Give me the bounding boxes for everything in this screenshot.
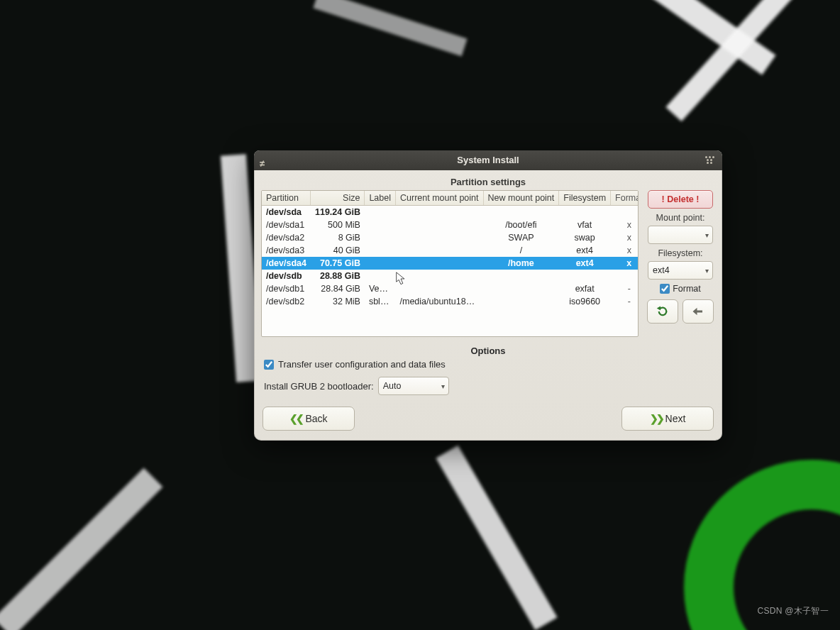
cell: /boot/efi (483, 219, 559, 231)
arrow-left-icon (692, 305, 704, 318)
cell (396, 257, 483, 270)
cell: /dev/sda1 (262, 219, 311, 231)
cell: exfat (559, 282, 611, 295)
partition-table[interactable]: Partition Size Label Current mount point… (261, 190, 639, 337)
table-row[interactable]: /dev/sda470.75 GiB/homeext4x (262, 257, 639, 270)
cell: /dev/sda2 (262, 231, 311, 244)
installer-window: ≠ System Install Partition settings Part… (254, 150, 722, 441)
cell: /media/ubuntu18… (396, 295, 483, 308)
back-button-label: Back (305, 413, 327, 424)
window-title: System Install (457, 155, 519, 165)
cell: ext4 (559, 244, 611, 257)
cell: /dev/sda4 (262, 257, 311, 270)
cell: 500 MiB (311, 219, 365, 231)
cell (396, 244, 483, 257)
cell (559, 270, 611, 282)
cell (559, 206, 611, 219)
table-row[interactable]: /dev/sda1500 MiB/boot/efivfatx (262, 219, 639, 231)
cell: 28.84 GiB (311, 282, 365, 295)
refresh-button[interactable] (647, 299, 678, 324)
cell: / (483, 244, 559, 257)
filesystem-combo[interactable] (648, 261, 713, 280)
bg-green-arc (684, 460, 840, 630)
cell: iso9660 (559, 295, 611, 308)
grub-combo[interactable] (378, 377, 449, 395)
transfer-checkbox-row[interactable]: Transfer user configuration and data fil… (261, 359, 715, 370)
watermark-text: CSDN @木子智一 (757, 605, 829, 617)
options-title: Options (261, 346, 715, 359)
table-row[interactable]: /dev/sdb128.84 GiBVe…exfat- (262, 282, 639, 295)
cell (365, 270, 396, 282)
delete-button[interactable]: ! Delete ! (648, 190, 713, 209)
cell: /dev/sdb2 (262, 295, 311, 308)
cell (396, 270, 483, 282)
transfer-checkbox[interactable] (264, 360, 274, 370)
partition-section-title: Partition settings (261, 175, 715, 190)
cell (396, 206, 483, 219)
cell: vfat (559, 219, 611, 231)
mount-point-combo[interactable] (648, 226, 713, 244)
cell: /home (483, 257, 559, 270)
cell: /dev/sda (262, 206, 311, 219)
cell (365, 257, 396, 270)
col-size[interactable]: Size (311, 191, 365, 206)
cell: /dev/sdb1 (262, 282, 311, 295)
transfer-checkbox-label: Transfer user configuration and data fil… (278, 359, 446, 370)
table-row[interactable]: /dev/sdb28.88 GiB (262, 270, 639, 282)
col-filesystem[interactable]: Filesystem (559, 191, 611, 206)
cell: Ve… (365, 282, 396, 295)
cell (396, 282, 483, 295)
table-row[interactable]: /dev/sda119.24 GiB (262, 206, 639, 219)
col-partition[interactable]: Partition (262, 191, 311, 206)
format-checkbox[interactable] (660, 284, 670, 294)
cell: x (611, 219, 639, 231)
window-menu-icon[interactable] (705, 155, 715, 165)
cell (483, 270, 559, 282)
cell: sbl… (365, 295, 396, 308)
cell: 40 GiB (311, 244, 365, 257)
cell: - (611, 295, 639, 308)
cell: - (611, 282, 639, 295)
cell (611, 270, 639, 282)
table-row[interactable]: /dev/sda28 GiBSWAPswapx (262, 231, 639, 244)
cell: ext4 (559, 257, 611, 270)
side-panel: ! Delete ! Mount point: ▾ Filesystem: ▾ … (646, 190, 715, 337)
col-label[interactable]: Label (365, 191, 396, 206)
filesystem-label: Filesystem: (658, 248, 702, 258)
cell (396, 231, 483, 244)
format-checkbox-row[interactable]: Format (660, 284, 701, 294)
cell (396, 219, 483, 231)
col-format[interactable]: Format (611, 191, 639, 206)
cell: x (611, 231, 639, 244)
next-button-label: Next (665, 413, 686, 424)
cell: /dev/sdb (262, 270, 311, 282)
format-checkbox-label: Format (673, 284, 701, 294)
cell: /dev/sda3 (262, 244, 311, 257)
window-titlebar[interactable]: ≠ System Install (254, 150, 722, 170)
bg-reflection (436, 446, 557, 630)
apply-button[interactable] (682, 299, 714, 324)
col-new-mount[interactable]: New mount point (483, 191, 559, 206)
table-row[interactable]: /dev/sda340 GiB/ext4x (262, 244, 639, 257)
cell: x (611, 244, 639, 257)
pin-icon: ≠ (260, 154, 265, 174)
refresh-icon (656, 305, 669, 318)
grub-label: Install GRUB 2 bootloader: (264, 381, 374, 392)
table-row[interactable]: /dev/sdb232 MiBsbl…/media/ubuntu18…iso96… (262, 295, 639, 308)
cell: 8 GiB (311, 231, 365, 244)
cell (365, 244, 396, 257)
cell: 70.75 GiB (311, 257, 365, 270)
cell (483, 206, 559, 219)
back-button[interactable]: ❮❮ Back (262, 407, 355, 431)
cell (483, 295, 559, 308)
chevron-left-icon: ❮❮ (289, 413, 302, 424)
bg-reflection (0, 468, 163, 630)
cell: SWAP (483, 231, 559, 244)
cell: 32 MiB (311, 295, 365, 308)
cell (365, 231, 396, 244)
cell (483, 282, 559, 295)
mount-point-label: Mount point: (656, 213, 705, 223)
col-current-mount[interactable]: Current mount point (396, 191, 483, 206)
cell: 119.24 GiB (311, 206, 365, 219)
next-button[interactable]: ❯❯ Next (621, 407, 714, 431)
